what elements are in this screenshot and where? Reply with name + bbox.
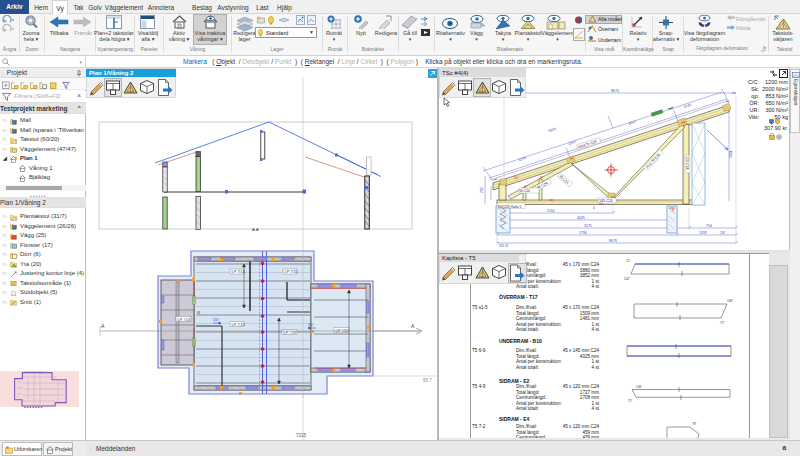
svg-text:2087: 2087: [568, 140, 577, 146]
svg-text:LP-T14: LP-T14: [232, 269, 246, 274]
svg-text:120 C24: 120 C24: [685, 156, 689, 170]
svg-text:785: 785: [480, 187, 484, 193]
svg-text:118: 118: [720, 231, 725, 235]
svg-text:12°: 12°: [626, 259, 631, 263]
svg-text:1038: 1038: [683, 103, 692, 109]
svg-text:LP #19: LP #19: [284, 330, 297, 335]
svg-text:LP-T11: LP-T11: [285, 269, 299, 274]
svg-text:LP-T15: LP-T15: [232, 322, 246, 327]
svg-text:102°: 102°: [624, 277, 631, 281]
svg-text:45x170 C24: 45x170 C24: [578, 140, 598, 150]
svg-text:2110: 2110: [547, 209, 555, 213]
svg-text:2911: 2911: [729, 150, 733, 158]
svg-text:55.7: 55.7: [423, 378, 432, 383]
svg-text:72°: 72°: [628, 399, 633, 403]
svg-text:3175: 3175: [584, 224, 592, 228]
svg-text:4025: 4025: [577, 216, 585, 220]
svg-text:15°: 15°: [213, 317, 219, 322]
svg-text:108°: 108°: [636, 385, 643, 389]
svg-text:7215: 7215: [296, 433, 307, 438]
svg-text:4: 4: [593, 206, 595, 210]
svg-text:431 31: 431 31: [499, 244, 509, 248]
svg-text:2687: 2687: [628, 120, 637, 126]
svg-text:14: 14: [514, 176, 518, 180]
svg-text:4: 4: [672, 208, 674, 212]
svg-text:78°: 78°: [692, 422, 697, 426]
svg-text:1200: 1200: [518, 156, 527, 162]
svg-text:754: 754: [706, 224, 712, 228]
svg-text:A: A: [411, 323, 415, 329]
svg-text:LP #20: LP #20: [336, 328, 349, 333]
svg-text:75 C24: 75 C24: [558, 174, 569, 185]
svg-text:A-A: A-A: [252, 227, 259, 232]
svg-text:LP #13: LP #13: [178, 317, 191, 322]
svg-text:1319: 1319: [699, 231, 707, 235]
svg-text:9385: 9385: [548, 127, 557, 133]
svg-text:15°: 15°: [308, 322, 314, 327]
svg-text:2794: 2794: [579, 231, 587, 235]
svg-text:50 C24: 50 C24: [520, 189, 531, 193]
svg-text:8673: 8673: [611, 89, 619, 93]
svg-text:108°: 108°: [727, 299, 734, 303]
svg-text:72°: 72°: [720, 321, 725, 325]
svg-text:300(225) Karla 5: 300(225) Karla 5: [498, 205, 522, 209]
svg-text:145 C24: 145 C24: [599, 199, 613, 203]
svg-text:8673: 8673: [609, 239, 617, 243]
svg-text:A: A: [101, 323, 105, 329]
